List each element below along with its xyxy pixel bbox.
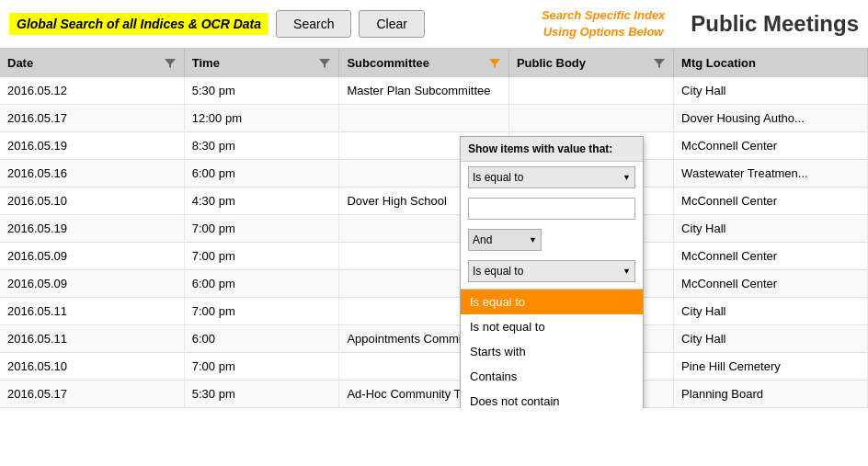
global-search-label: Global Search of all Indices & OCR Data [9,13,268,35]
cell-mtg_location: City Hall [674,77,868,105]
table-row: 2016.05.097:00 pmMcConnell Center [0,243,868,270]
second-condition-row: Is equal to Is not equal to Starts with … [461,256,643,287]
option-is-equal-to[interactable]: Is equal to [461,290,643,314]
first-condition-select-wrapper[interactable]: Is equal to Is not equal to Starts with … [468,166,635,188]
table-row: 2016.05.166:00 pmWastewater Treatmen... [0,160,868,188]
options-list: Is equal to Is not equal to Starts with … [461,289,643,408]
cell-time: 8:30 pm [184,132,339,160]
table-row: 2016.05.197:00 pmCity Hall [0,215,868,243]
cell-public_body [508,77,673,105]
cell-time: 7:00 pm [184,215,339,243]
option-does-not-contain[interactable]: Does not contain [461,389,643,408]
option-starts-with[interactable]: Starts with [461,339,643,364]
cell-mtg_location: McConnell Center [674,243,868,270]
filter-dropdown-header: Show items with value that: [461,137,643,162]
cell-date: 2016.05.12 [0,77,184,105]
date-filter-icon[interactable] [164,57,177,70]
table-row: 2016.05.107:00 pmPine Hill Cemetery [0,353,868,381]
cell-time: 6:00 pm [184,270,339,298]
subcommittee-filter-icon[interactable] [488,57,501,70]
first-input-row [461,193,643,224]
table-row: 2016.05.104:30 pmDover High SchoolMcConn… [0,188,868,215]
public-body-filter-icon[interactable] [653,57,666,70]
cell-date: 2016.05.17 [0,105,184,132]
cell-mtg_location: City Hall [674,298,868,325]
cell-mtg_location: Pine Hill Cemetery [674,353,868,381]
cell-date: 2016.05.11 [0,298,184,325]
cell-date: 2016.05.16 [0,160,184,188]
and-row: And Or [461,224,643,256]
table-row: 2016.05.175:30 pmAd-Hoc Community Trail … [0,381,868,408]
cell-date: 2016.05.09 [0,243,184,270]
option-is-not-equal-to[interactable]: Is not equal to [461,314,643,339]
cell-date: 2016.05.11 [0,325,184,353]
meetings-table: Date Time [0,49,868,408]
table-row: 2016.05.117:00 pmCity Hall [0,298,868,325]
col-header-date: Date [0,49,184,77]
cell-time: 7:00 pm [184,353,339,381]
cell-date: 2016.05.19 [0,215,184,243]
table-row: 2016.05.116:00Appointments CommitteeCity… [0,325,868,353]
cell-time: 4:30 pm [184,188,339,215]
cell-date: 2016.05.10 [0,353,184,381]
cell-time: 6:00 [184,325,339,353]
cell-mtg_location: Wastewater Treatmen... [674,160,868,188]
table-row: 2016.05.096:00 pmMcConnell Center [0,270,868,298]
col-header-subcommittee: Subcommittee [339,49,508,77]
cell-mtg_location: City Hall [674,325,868,353]
col-header-public-body: Public Body [508,49,673,77]
col-header-mtg-location: Mtg Location [674,49,868,77]
cell-mtg_location: McConnell Center [674,188,868,215]
filter-dropdown: Show items with value that: Is equal to … [460,136,644,408]
cell-time: 6:00 pm [184,160,339,188]
and-select[interactable]: And Or [468,229,542,251]
search-specific-label: Search Specific Index Using Options Belo… [542,7,665,40]
cell-time: 5:30 pm [184,381,339,408]
cell-date: 2016.05.19 [0,132,184,160]
cell-mtg_location: Dover Housing Autho... [674,105,868,132]
cell-mtg_location: McConnell Center [674,270,868,298]
table-row: 2016.05.125:30 pmMaster Plan Subcommitte… [0,77,868,105]
first-condition-row: Is equal to Is not equal to Starts with … [461,162,643,193]
cell-mtg_location: Planning Board [674,381,868,408]
option-contains[interactable]: Contains [461,364,643,389]
col-header-time: Time [184,49,339,77]
cell-time: 7:00 pm [184,243,339,270]
cell-subcommittee [339,105,508,132]
cell-mtg_location: City Hall [674,215,868,243]
table-row: 2016.05.1712:00 pmDover Housing Autho... [0,105,868,132]
second-condition-select-wrapper[interactable]: Is equal to Is not equal to Starts with … [468,260,635,282]
cell-mtg_location: McConnell Center [674,132,868,160]
and-select-wrapper[interactable]: And Or [468,229,542,251]
cell-date: 2016.05.17 [0,381,184,408]
page-title: Public Meetings [691,11,859,37]
time-filter-icon[interactable] [318,57,331,70]
first-condition-select[interactable]: Is equal to Is not equal to Starts with … [468,166,635,188]
table-row: 2016.05.198:30 pmMcConnell Center [0,132,868,160]
header: Global Search of all Indices & OCR Data … [0,0,868,49]
search-button[interactable]: Search [276,10,351,38]
cell-time: 5:30 pm [184,77,339,105]
second-condition-select[interactable]: Is equal to Is not equal to Starts with … [468,260,635,282]
cell-date: 2016.05.09 [0,270,184,298]
first-condition-input[interactable] [468,198,635,220]
cell-date: 2016.05.10 [0,188,184,215]
cell-time: 12:00 pm [184,105,339,132]
cell-time: 7:00 pm [184,298,339,325]
table-container: Date Time [0,49,868,408]
clear-button[interactable]: Clear [359,10,424,38]
cell-public_body [508,105,673,132]
cell-subcommittee: Master Plan Subcommittee [339,77,508,105]
